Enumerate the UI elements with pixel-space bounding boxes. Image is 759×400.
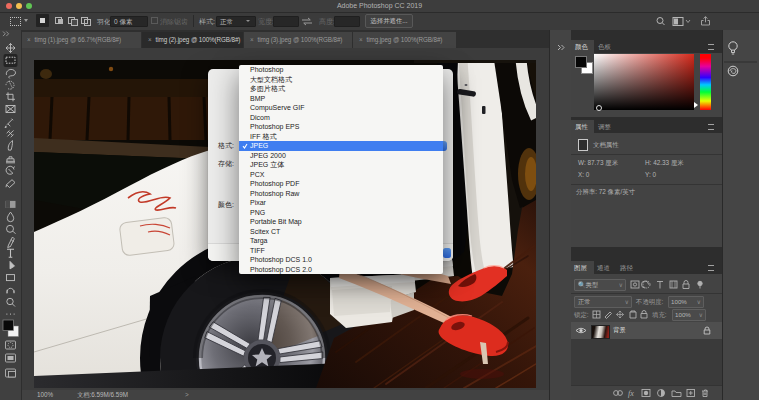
svg-text:fx: fx: [628, 389, 634, 398]
